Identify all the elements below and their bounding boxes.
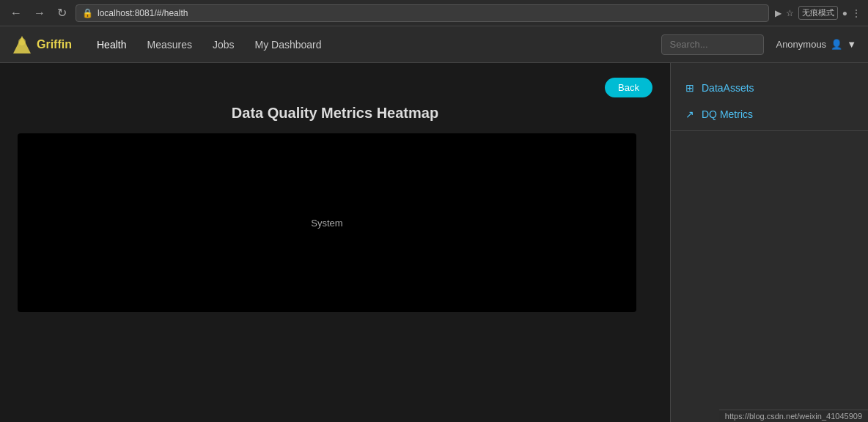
griffin-logo [12, 34, 32, 55]
user-avatar-icon: ● [842, 8, 847, 18]
footer-bar: https://blog.csdn.net/weixin_41045909 [719, 410, 868, 422]
dataassets-icon: ⊞ [685, 82, 694, 94]
dqmetrics-icon: ↗ [685, 108, 694, 120]
star-icon: ☆ [786, 8, 794, 18]
lock-icon: 🔒 [82, 8, 93, 18]
nav-links: Health Measures Jobs My Dashboard [87, 26, 661, 63]
heatmap-container: System [18, 133, 636, 312]
user-menu[interactable]: Anonymous 👤 ▼ [776, 39, 856, 50]
sidebar-divider [671, 130, 868, 131]
nav-health[interactable]: Health [87, 26, 136, 63]
back-button[interactable]: Back [605, 78, 652, 97]
user-label: Anonymous [776, 39, 826, 50]
heatmap-label: System [311, 218, 342, 229]
cast-icon: ▶ [775, 8, 781, 18]
sidebar-item-dataassets[interactable]: ⊞ DataAssets [671, 75, 868, 101]
brand-name: Griffin [37, 38, 72, 51]
mode-badge: 无痕模式 [798, 6, 838, 20]
footer-url: https://blog.csdn.net/weixin_41045909 [725, 412, 862, 421]
forward-nav-button[interactable]: → [31, 5, 48, 21]
content-area: Back Data Quality Metrics Heatmap System [0, 63, 670, 422]
browser-bar: ← → ↻ 🔒 localhost:8081/#/health ▶ ☆ 无痕模式… [0, 0, 868, 26]
main-area: Back Data Quality Metrics Heatmap System… [0, 63, 868, 422]
sidebar-dqmetrics-label: DQ Metrics [702, 108, 753, 120]
nav-jobs[interactable]: Jobs [202, 26, 245, 63]
search-input[interactable] [661, 34, 764, 55]
chevron-down-icon: ▼ [847, 39, 856, 50]
sidebar-dataassets-label: DataAssets [702, 82, 754, 94]
url-bar: 🔒 localhost:8081/#/health [76, 4, 769, 22]
nav-measures[interactable]: Measures [136, 26, 202, 63]
reload-button[interactable]: ↻ [54, 4, 70, 21]
menu-icon: ⋮ [852, 8, 861, 18]
browser-right-icons: ▶ ☆ 无痕模式 ● ⋮ [775, 6, 861, 20]
navbar-brand: Griffin [12, 34, 72, 55]
right-sidebar: ⊞ DataAssets ↗ DQ Metrics [670, 63, 868, 422]
page-title: Data Quality Metrics Heatmap [18, 105, 652, 122]
sidebar-item-dqmetrics[interactable]: ↗ DQ Metrics [671, 101, 868, 127]
svg-point-1 [18, 38, 26, 45]
back-nav-button[interactable]: ← [7, 5, 25, 21]
user-icon: 👤 [831, 39, 842, 50]
url-text: localhost:8081/#/health [98, 8, 188, 18]
nav-dashboard[interactable]: My Dashboard [245, 26, 332, 63]
navbar: Griffin Health Measures Jobs My Dashboar… [0, 26, 868, 63]
